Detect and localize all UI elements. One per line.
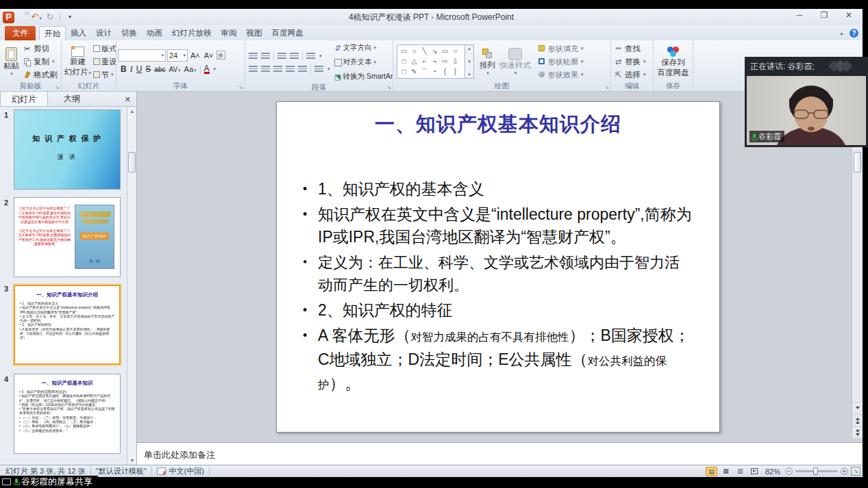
panel-scrollbar[interactable]: ▲ ▼ [127,107,136,465]
smartart-button[interactable]: ⬔转换为 SmartArt▾ [334,70,393,83]
replace-button[interactable]: ⇄替换▾ [612,55,647,68]
zoom-slider[interactable] [795,470,838,472]
help-icon[interactable]: ? [850,29,858,38]
paragraph-dialog-launcher[interactable]: ↘ [386,84,391,90]
slide-thumbnail-3-selected[interactable]: 3 一、知识产权基本知识介绍 • 1、知识产权的基本含义 • 知识产权在英文中含… [0,283,127,369]
zoom-level[interactable]: 82% [765,467,780,476]
panel-tab-slides[interactable]: 幻灯片 [0,91,48,106]
font-name-combo[interactable]: ▾ [118,49,166,62]
shrink-font-button[interactable]: A˅ [203,51,215,60]
slide-number-status[interactable]: 幻灯片 第 3 张, 共 12 张 [5,466,86,476]
align-text-button[interactable]: 对齐文本▾ [334,56,393,68]
align-right-icon[interactable] [273,66,282,72]
spellcheck-icon[interactable] [157,467,166,475]
underline-button[interactable]: U [136,64,142,74]
slide-title[interactable]: 一、知识产权基本知识介绍 [277,111,719,138]
collapse-ribbon-icon[interactable]: ▲ [839,31,844,36]
tab-design[interactable]: 设计 [91,26,116,40]
format-painter-button[interactable]: 格式刷 [21,68,59,81]
slide-thumbnail-1[interactable]: 1 知 识 产 权 保 护 漫 谈 [0,110,127,192]
align-left-icon[interactable] [249,66,258,72]
new-slide-button[interactable]: ✹ 新建 幻灯片▾ [63,42,92,81]
save-to-baidu-button[interactable]: 保存到 百度网盘 [656,42,691,81]
slideshow-view-button[interactable] [749,467,760,476]
panel-tab-outline[interactable]: 大纲 [48,91,96,106]
group-save: 保存到 百度网盘 保存 [654,40,693,91]
normal-view-button[interactable]: ▤ [706,467,717,476]
copy-button[interactable]: 复制▾ [21,55,59,68]
quick-styles-button[interactable]: 快速样式▾ [497,42,533,81]
distribute-icon[interactable] [298,66,307,72]
font-color-button[interactable]: A [204,65,210,74]
main-scroll-thumb[interactable] [854,152,861,172]
increase-indent-icon[interactable] [290,53,299,59]
shape-outline-button[interactable]: 形状轮廓▾ [536,55,585,68]
cut-button[interactable]: ✂剪切 [21,42,59,55]
reading-view-button[interactable]: ▥ [734,467,746,476]
text-direction-button[interactable]: ⇵文字方向▾ [334,42,393,54]
tab-animations[interactable]: 动画 [142,26,167,40]
decrease-indent-icon[interactable] [277,53,286,59]
slide-thumbnail-2[interactable]: 2 习近平总书记在中央政治局第二十三次集体学习时强调:建设中国特色中国风格中国气… [0,197,127,280]
shape-gallery-scroll[interactable]: ▲▼▼ [465,44,474,79]
zoom-out-icon[interactable]: − [785,467,793,475]
abc-button[interactable]: abc [154,66,165,73]
tab-baidu-netdisk[interactable]: 百度网盘 [267,26,308,40]
reset-button[interactable]: 重设 [92,55,116,68]
select-button[interactable]: ⇱选择▾ [612,68,647,81]
find-button[interactable]: ⚯查找 [612,42,647,55]
close-button[interactable]: ✕ [842,10,856,21]
previous-slide-icon[interactable] [852,414,863,426]
shape-gallery[interactable]: ▭○╲↘▭○□△⌐¬⇨⇩□✎⌒~{} [397,44,465,79]
maximize-button[interactable]: ❐ [817,10,831,21]
italic-button[interactable]: I [130,64,133,75]
zoom-slider-thumb[interactable] [813,467,818,475]
next-slide-icon[interactable] [852,426,863,438]
char-spacing-button[interactable]: AV▾ [169,66,180,73]
slide-editing-area[interactable]: 一、知识产权基本知识介绍 1、知识产权的基本含义 知识产权在英文中含义是“int… [276,101,720,433]
tab-transitions[interactable]: 切换 [116,26,142,40]
minimize-button[interactable]: ─ [793,10,806,21]
slide-thumbnail-4[interactable]: 4 一、知识产权基本知识 • 3、知识产权的范围(权利法定) • 知识产权范围具… [0,374,127,457]
slide-sorter-view-button[interactable]: ▦ [720,467,732,476]
notes-area[interactable]: 单击此处添加备注 [137,442,863,465]
tab-view[interactable]: 视图 [242,26,267,40]
panel-close-icon[interactable]: ✕ [119,93,136,106]
change-case-button[interactable]: Aa▾ [184,65,197,73]
language-status[interactable]: 中文(中国) [169,466,204,476]
line-spacing-icon[interactable] [306,53,315,59]
webcam-overlay[interactable]: 正在讲话: 谷彩霞; 谷彩霞 [745,57,868,147]
design-template-status[interactable]: "默认设计模板" [96,466,147,476]
bullets-icon[interactable] [249,53,258,59]
panel-scroll-down-icon[interactable]: ▼ [127,456,137,465]
scroll-down-icon[interactable] [852,402,863,413]
section-button[interactable]: 节▾ [92,68,116,81]
panel-scroll-thumb[interactable] [128,152,136,172]
zoom-in-icon[interactable]: + [841,467,848,475]
shape-effects-button[interactable]: 形状效果▾ [536,68,585,81]
panel-scroll-up-icon[interactable]: ▲ [127,107,137,116]
layout-button[interactable]: 版式▾ [92,42,116,55]
tab-file[interactable]: 文件 [5,26,36,40]
slide-body[interactable]: 1、知识产权的基本含义 知识产权在英文中含义是“intellecture pro… [318,178,693,396]
strikethrough-button[interactable]: S [145,64,151,74]
grow-font-button[interactable]: A˄ [189,51,201,60]
drawing-dialog-launcher[interactable]: ↘ [604,84,609,90]
arrange-button[interactable]: 排列▾ [478,42,497,81]
fit-to-window-icon[interactable]: ↘ [851,467,860,476]
tab-insert[interactable]: 插入 [66,26,91,40]
paste-button[interactable]: 粘贴▾ [1,42,21,81]
align-center-icon[interactable] [261,66,270,72]
tab-review[interactable]: 审阅 [216,26,242,40]
tab-slideshow[interactable]: 幻灯片放映 [167,26,216,40]
numbering-icon[interactable] [261,53,270,59]
ruby-guide-icon[interactable]: 拼 [216,51,225,60]
font-size-combo[interactable]: 24▾ [167,49,188,62]
font-dialog-launcher[interactable]: ↘ [238,84,243,90]
shape-fill-button[interactable]: 形状填充▾ [536,42,585,55]
bold-button[interactable]: B [121,64,127,74]
tab-home[interactable]: 开始 [39,26,66,40]
clipboard-dialog-launcher[interactable]: ↘ [55,84,60,90]
justify-icon[interactable] [286,66,295,72]
columns-icon[interactable] [314,66,323,72]
